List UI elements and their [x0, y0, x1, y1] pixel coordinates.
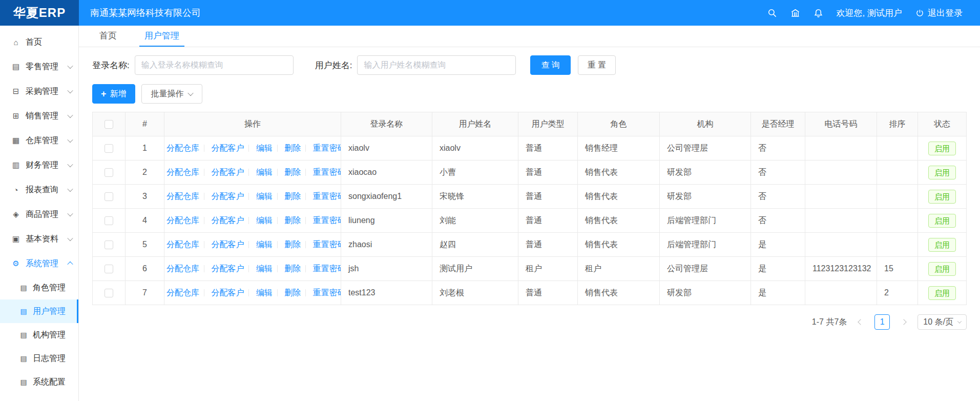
- sidebar-item-roles[interactable]: ▤ 角色管理: [0, 276, 78, 299]
- assign-customer-link[interactable]: 分配客户: [211, 168, 244, 176]
- cell-status: 启用: [918, 161, 967, 185]
- cell-role: 销售代表: [578, 281, 660, 305]
- tab-user-management[interactable]: 用户管理: [139, 26, 184, 47]
- cell-status: 启用: [918, 209, 967, 233]
- cell-user-type: 普通: [518, 233, 578, 257]
- edit-link[interactable]: 编辑: [256, 144, 273, 152]
- select-all-checkbox[interactable]: [105, 120, 113, 129]
- row-checkbox[interactable]: [105, 144, 113, 153]
- row-checkbox[interactable]: [105, 240, 113, 249]
- assign-warehouse-link[interactable]: 分配仓库: [166, 168, 199, 176]
- login-name-input[interactable]: [135, 55, 294, 75]
- search-button[interactable]: 查 询: [530, 55, 570, 75]
- sidebar-item-organizations[interactable]: ▤ 机构管理: [0, 323, 78, 347]
- assign-warehouse-link[interactable]: 分配仓库: [166, 288, 199, 297]
- assign-customer-link[interactable]: 分配客户: [211, 288, 244, 297]
- finance-icon: ▥: [11, 161, 21, 170]
- row-checkbox[interactable]: [105, 265, 113, 273]
- bell-icon[interactable]: [814, 8, 823, 18]
- sidebar-item-logs[interactable]: ▤ 日志管理: [0, 347, 78, 370]
- welcome-text: 欢迎您, 测试用户: [837, 7, 902, 19]
- reset-password-link[interactable]: 重置密码: [313, 144, 341, 152]
- top-header: 华夏ERP 南通某某网络科技有限公司 欢迎您,: [0, 0, 980, 26]
- cell-user-type: 普通: [518, 209, 578, 233]
- sidebar-item-retail[interactable]: ▤ 零售管理: [0, 54, 78, 79]
- search-icon[interactable]: [767, 8, 777, 18]
- next-page-button[interactable]: [896, 314, 911, 330]
- assign-warehouse-link[interactable]: 分配仓库: [166, 264, 199, 273]
- sidebar-item-system-config[interactable]: ▤ 系统配置: [0, 370, 78, 394]
- delete-link[interactable]: 删除: [284, 144, 301, 152]
- delete-link[interactable]: 删除: [284, 216, 301, 225]
- purchase-icon: ⊟: [11, 87, 21, 96]
- row-index: 5: [126, 233, 164, 257]
- sidebar-item-goods[interactable]: ◈ 商品管理: [0, 202, 78, 227]
- sidebar-item-label: 销售管理: [26, 111, 58, 122]
- row-operations: 分配仓库 分配客户 编辑 删除 重置密码: [164, 257, 341, 281]
- sidebar-item-users[interactable]: ▤ 用户管理: [0, 299, 78, 323]
- delete-link[interactable]: 删除: [284, 192, 301, 200]
- bank-icon[interactable]: [790, 8, 800, 18]
- delete-link[interactable]: 删除: [284, 264, 301, 273]
- edit-link[interactable]: 编辑: [256, 288, 273, 297]
- assign-customer-link[interactable]: 分配客户: [211, 264, 244, 273]
- assign-warehouse-link[interactable]: 分配仓库: [166, 216, 199, 225]
- row-checkbox[interactable]: [105, 168, 113, 177]
- header-actions: 欢迎您, 测试用户 退出登录: [767, 7, 980, 19]
- delete-link[interactable]: 删除: [284, 168, 301, 176]
- reset-password-link[interactable]: 重置密码: [313, 192, 341, 200]
- assign-warehouse-link[interactable]: 分配仓库: [166, 192, 199, 200]
- sidebar-item-label: 角色管理: [33, 283, 66, 293]
- assign-customer-link[interactable]: 分配客户: [211, 216, 244, 225]
- edit-link[interactable]: 编辑: [256, 264, 273, 273]
- logout-button[interactable]: 退出登录: [915, 7, 963, 19]
- assign-warehouse-link[interactable]: 分配仓库: [166, 240, 199, 249]
- add-button[interactable]: + 新增: [92, 84, 135, 104]
- reset-password-link[interactable]: 重置密码: [313, 288, 341, 297]
- row-checkbox[interactable]: [105, 289, 113, 297]
- reset-password-link[interactable]: 重置密码: [313, 264, 341, 273]
- cell-user-type: 普通: [518, 281, 578, 305]
- sidebar-item-home[interactable]: ⌂ 首页: [0, 30, 78, 54]
- reset-button[interactable]: 重 置: [578, 55, 616, 75]
- prev-page-button[interactable]: [853, 314, 868, 330]
- system-gear-icon: ⚙: [11, 259, 21, 268]
- assign-customer-link[interactable]: 分配客户: [211, 240, 244, 249]
- sidebar-item-reports[interactable]: ◔ 报表查询: [0, 177, 78, 202]
- edit-link[interactable]: 编辑: [256, 216, 273, 225]
- sidebar-item-basic-data[interactable]: ▣ 基本资料: [0, 227, 78, 251]
- sidebar-item-warehouse[interactable]: ▦ 仓库管理: [0, 128, 78, 153]
- reset-password-link[interactable]: 重置密码: [313, 240, 341, 249]
- status-badge: 启用: [928, 142, 956, 155]
- sidebar-item-label: 基本资料: [26, 234, 58, 245]
- col-header-role: 角色: [578, 112, 660, 136]
- sidebar-item-sales[interactable]: ⊞ 销售管理: [0, 104, 78, 128]
- user-name-input[interactable]: [357, 55, 516, 75]
- company-name: 南通某某网络科技有限公司: [90, 7, 201, 19]
- cell-status: 启用: [918, 233, 967, 257]
- cell-role: 销售经理: [578, 136, 660, 161]
- cell-role: 销售代表: [578, 185, 660, 209]
- row-checkbox[interactable]: [105, 216, 113, 225]
- sidebar-item-system[interactable]: ⚙ 系统管理: [0, 251, 78, 276]
- edit-link[interactable]: 编辑: [256, 240, 273, 249]
- sidebar-item-finance[interactable]: ▥ 财务管理: [0, 153, 78, 177]
- row-checkbox[interactable]: [105, 192, 113, 201]
- delete-link[interactable]: 删除: [284, 288, 301, 297]
- tab-home[interactable]: 首页: [94, 26, 122, 47]
- page-size-select[interactable]: 10 条/页: [918, 314, 967, 330]
- edit-link[interactable]: 编辑: [256, 192, 273, 200]
- assign-customer-link[interactable]: 分配客户: [211, 192, 244, 200]
- sidebar-item-label: 机构管理: [33, 330, 66, 340]
- assign-customer-link[interactable]: 分配客户: [211, 144, 244, 152]
- edit-link[interactable]: 编辑: [256, 168, 273, 176]
- row-select-cell: [93, 233, 126, 257]
- batch-operations-button[interactable]: 批量操作: [141, 84, 202, 104]
- reset-password-link[interactable]: 重置密码: [313, 216, 341, 225]
- page-number-1[interactable]: 1: [874, 314, 890, 330]
- sidebar-item-purchase[interactable]: ⊟ 采购管理: [0, 79, 78, 104]
- cell-is-manager: 是: [751, 281, 805, 305]
- assign-warehouse-link[interactable]: 分配仓库: [166, 144, 199, 152]
- delete-link[interactable]: 删除: [284, 240, 301, 249]
- reset-password-link[interactable]: 重置密码: [313, 168, 341, 176]
